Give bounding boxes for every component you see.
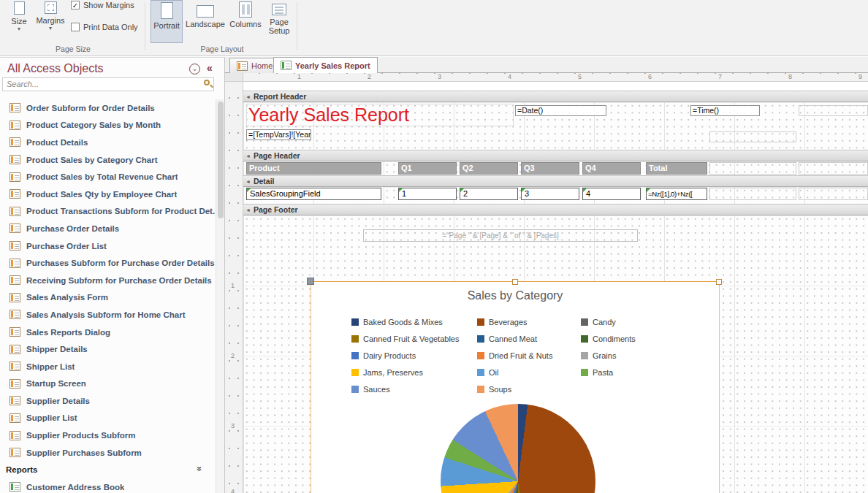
column-header-label[interactable]: Q1 [398, 162, 457, 175]
list-item[interactable]: Shipper Details [0, 340, 215, 358]
form-icon [9, 396, 20, 405]
collapse-group-icon[interactable]: « [194, 467, 205, 472]
landscape-button[interactable]: Landscape [184, 0, 226, 43]
portrait-button[interactable]: Portrait [151, 0, 183, 43]
chart-legend: Baked Goods & MixesBeveragesCandyCanned … [351, 317, 690, 394]
columns-button[interactable]: Columns [228, 0, 263, 43]
column-header-label[interactable]: Q3 [521, 162, 579, 175]
list-item[interactable]: Startup Screen [0, 375, 215, 393]
list-item[interactable]: Product Category Sales by Month [0, 117, 215, 134]
column-header-label[interactable]: Q2 [460, 162, 518, 175]
section-arrow-icon: ◄ [245, 207, 251, 213]
show-margins-checkbox[interactable]: ✓ Show Margins [71, 1, 134, 9]
list-item[interactable]: Order Subform for Order Details [0, 99, 215, 117]
list-item-label: Sales Analysis Form [26, 293, 108, 302]
list-item-label: Product Sales Qty by Employee Chart [26, 190, 177, 199]
scrollbar-thumb[interactable] [218, 102, 224, 218]
ruler-number: 2 [231, 352, 235, 359]
empty-cell[interactable] [709, 162, 796, 175]
column-header-label[interactable]: Product [246, 162, 381, 175]
report-header-section[interactable]: Yearly Sales Report =Date() =Time() =[Te… [243, 102, 868, 150]
margins-button[interactable]: Margins ▾ [34, 0, 67, 43]
list-item-label: Purchase Order List [26, 242, 107, 251]
list-item[interactable]: Customer Address Book [0, 478, 215, 493]
search-input[interactable] [2, 77, 214, 91]
list-item[interactable]: Product Sales by Total Revenue Chart [0, 168, 215, 186]
list-item[interactable]: Receiving Subform for Purchase Order Det… [0, 272, 215, 289]
ruler-number: 4 [508, 73, 511, 80]
reports-group-header[interactable]: Reports« [0, 461, 215, 478]
detail-textbox[interactable]: =Nz([1],0)+Nz([ [646, 188, 707, 200]
resize-handle[interactable] [512, 279, 518, 285]
list-item[interactable]: Sales Analysis Subform for Home Chart [0, 306, 215, 324]
list-item[interactable]: Supplier List [0, 410, 215, 427]
list-item[interactable]: Supplier Products Subform [0, 427, 215, 444]
horizontal-ruler[interactable]: 123456789 [243, 73, 868, 82]
detail-textbox[interactable]: 2 [460, 188, 518, 200]
detail-section-bar[interactable]: ◄ Detail [243, 175, 868, 187]
form-icon [9, 327, 20, 337]
tab-home[interactable]: Home [229, 58, 280, 73]
shutter-bar-close-button[interactable]: « [207, 62, 213, 74]
list-item[interactable]: Product Details [0, 134, 215, 151]
page-footer-section-bar[interactable]: ◄ Page Footer [243, 204, 868, 215]
detail-section[interactable]: SalesGroupingField1234=Nz([1],0)+Nz([ [243, 187, 868, 204]
page-footer-section[interactable]: ="Page " & [Page] & " of " & [Pages] Sal… [243, 215, 868, 493]
print-data-only-checkbox[interactable]: Print Data Only [71, 23, 138, 31]
page-setup-button-label: Page Setup [266, 18, 292, 35]
empty-textbox[interactable] [709, 131, 796, 142]
nav-pane-menu-button[interactable]: ⌄ [189, 64, 200, 74]
nav-scrollbar[interactable] [216, 99, 224, 493]
page-header-section[interactable]: ProductQ1Q2Q3Q4Total [243, 161, 868, 175]
legend-swatch [351, 318, 359, 326]
tempvars-year-textbox[interactable]: =[TempVars]![Year [246, 129, 311, 140]
empty-cell[interactable] [709, 188, 796, 200]
detail-textbox[interactable]: 1 [398, 188, 457, 200]
list-item[interactable]: Product Transactions Subform for Product… [0, 203, 215, 221]
resize-handle[interactable] [716, 279, 722, 285]
date-textbox[interactable]: =Date() [515, 105, 606, 116]
list-item[interactable]: Product Sales by Category Chart [0, 151, 215, 169]
list-item[interactable]: Purchases Subform for Purchase Order Det… [0, 254, 215, 272]
tab-yearly-sales-report[interactable]: Yearly Sales Report [273, 57, 378, 73]
page-number-textbox[interactable]: ="Page " & [Page] & " of " & [Pages] [363, 229, 638, 242]
landscape-button-label: Landscape [186, 20, 225, 28]
landscape-page-icon [197, 5, 214, 18]
list-item[interactable]: Purchase Order Details [0, 220, 215, 237]
list-item[interactable]: Shipper List [0, 358, 215, 375]
page-header-section-bar[interactable]: ◄ Page Header [243, 150, 868, 161]
report-title-textbox[interactable]: Yearly Sales Report [246, 104, 514, 126]
list-item[interactable]: Sales Reports Dialog [0, 324, 215, 341]
vertical-ruler[interactable]: 1234 [225, 82, 243, 493]
time-textbox[interactable]: =Time() [690, 105, 760, 116]
move-handle[interactable] [307, 278, 314, 285]
list-item[interactable]: Sales Analysis Form [0, 289, 215, 307]
list-item[interactable]: Supplier Details [0, 392, 215, 410]
legend-label: Jams, Preserves [363, 368, 423, 377]
detail-textbox[interactable]: 3 [521, 188, 579, 200]
form-icon [9, 189, 20, 199]
legend-label: Oil [489, 368, 498, 377]
error-indicator-icon [522, 188, 525, 192]
nav-search [2, 77, 214, 91]
list-item[interactable]: Supplier Purchases Subform [0, 444, 215, 462]
page-setup-button[interactable]: Page Setup [264, 0, 294, 43]
ruler-number: 9 [859, 73, 862, 80]
list-item[interactable]: Product Sales Qty by Employee Chart [0, 186, 215, 203]
report-design-canvas[interactable]: ◄ Report Header Yearly Sales Report =Dat… [243, 82, 868, 493]
empty-cell[interactable] [799, 188, 868, 200]
tab-yearly-sales-report-label: Yearly Sales Report [295, 61, 370, 70]
legend-label: Dried Fruit & Nuts [489, 351, 552, 360]
detail-textbox[interactable]: SalesGroupingField [246, 188, 381, 200]
detail-textbox[interactable]: 4 [582, 188, 641, 200]
column-header-label[interactable]: Q4 [582, 162, 641, 175]
empty-textbox[interactable] [799, 105, 868, 116]
empty-cell[interactable] [799, 162, 868, 175]
sales-by-category-chart[interactable]: Sales by Category Baked Goods & MixesBev… [311, 281, 720, 493]
legend-swatch [581, 318, 588, 326]
list-item[interactable]: Purchase Order List [0, 237, 215, 255]
report-header-section-bar[interactable]: ◄ Report Header [243, 91, 868, 102]
column-header-label[interactable]: Total [646, 162, 707, 175]
list-item-label: Order Subform for Order Details [26, 104, 155, 112]
size-button[interactable]: Size ▾ [6, 0, 32, 43]
